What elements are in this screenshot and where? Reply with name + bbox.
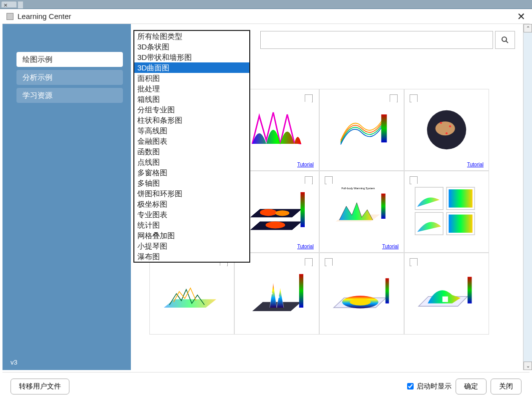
- svg-point-14: [446, 132, 448, 134]
- search-icon: [501, 36, 509, 44]
- svg-rect-37: [157, 266, 227, 322]
- svg-rect-36: [449, 215, 473, 233]
- close-tab-icon[interactable]: ✕: [3, 2, 7, 8]
- svg-point-22: [275, 210, 289, 216]
- ok-button[interactable]: 确定: [456, 379, 487, 395]
- svg-rect-51: [443, 297, 448, 302]
- search-input[interactable]: [260, 31, 493, 49]
- category-dropdown-list[interactable]: 所有绘图类型3D条状图3D带状和墙形图3D曲面图面积图批处理箱线图分组专业图柱状…: [133, 30, 250, 263]
- svg-rect-48: [386, 278, 389, 303]
- tutorial-link[interactable]: Tutorial: [297, 162, 314, 167]
- main-panel: 所有绘图类型3D条状图3D带状和墙形图3D曲面图面积图批处理箱线图分组专业图柱状…: [133, 24, 522, 370]
- sidebar-item-plot-examples[interactable]: 绘图示例: [16, 52, 123, 67]
- dropdown-item[interactable]: 饼图和环形图: [134, 188, 249, 199]
- dropdown-item[interactable]: 多窗格图: [134, 167, 249, 178]
- close-icon[interactable]: ✕: [517, 10, 526, 22]
- thumb-preview: [412, 179, 482, 244]
- version-label: v3: [10, 359, 17, 366]
- dropdown-item[interactable]: 分组专业图: [134, 104, 249, 115]
- window-title: Learning Center: [17, 12, 517, 20]
- thumbnail-card[interactable]: Tutorial: [404, 89, 489, 171]
- scroll-up-icon[interactable]: ⌃: [524, 24, 532, 32]
- svg-point-47: [350, 299, 371, 306]
- vertical-scrollbar[interactable]: ⌃ ⌄: [523, 24, 532, 370]
- show-on-startup-input[interactable]: [407, 383, 414, 390]
- svg-point-24: [266, 222, 285, 229]
- tutorial-link[interactable]: Tutorial: [382, 244, 399, 249]
- show-on-startup-checkbox[interactable]: 启动时显示: [405, 382, 452, 391]
- outer-tab-strip: ✕: [0, 0, 532, 9]
- show-on-startup-label: 启动时显示: [417, 382, 452, 391]
- thumb-preview: [242, 179, 312, 244]
- sidebar-item-learning-resources[interactable]: 学习资源: [16, 88, 123, 103]
- transfer-user-files-button[interactable]: 转移用户文件: [10, 379, 69, 395]
- dropdown-item[interactable]: 瀑布图: [134, 251, 249, 262]
- thumbnail-card[interactable]: [404, 171, 489, 253]
- dropdown-item[interactable]: 3D条状图: [134, 41, 249, 52]
- svg-point-42: [278, 297, 280, 298]
- thumb-preview: [327, 261, 397, 326]
- thumb-preview: [412, 261, 482, 326]
- browser-tab-stub: [18, 1, 23, 8]
- sidebar-item-label: 学习资源: [22, 91, 52, 99]
- dropdown-item[interactable]: 点线图: [134, 157, 249, 167]
- dropdown-item[interactable]: 函数图: [134, 146, 249, 157]
- dropdown-item[interactable]: 多轴图: [134, 178, 249, 188]
- svg-rect-29: [381, 194, 385, 219]
- svg-point-13: [449, 125, 451, 127]
- svg-point-11: [436, 121, 455, 135]
- sidebar-item-label: 绘图示例: [22, 55, 52, 63]
- svg-rect-43: [299, 274, 303, 308]
- dropdown-item[interactable]: 批处理: [134, 83, 249, 94]
- dropdown-item[interactable]: 专业图表: [134, 209, 249, 220]
- app-icon: [6, 13, 13, 20]
- dropdown-item[interactable]: 金融图表: [134, 136, 249, 146]
- thumbnail-card[interactable]: [404, 253, 489, 335]
- svg-text:Full-body Warming System: Full-body Warming System: [342, 187, 375, 190]
- browser-tab[interactable]: ✕: [1, 1, 17, 8]
- dropdown-item[interactable]: 所有绘图类型: [134, 31, 249, 41]
- thumbnail-card[interactable]: [319, 253, 404, 335]
- thumbnail-card[interactable]: Full-body Warming SystemTutorial: [319, 171, 404, 253]
- tutorial-link[interactable]: Tutorial: [467, 162, 484, 167]
- thumbnail-card[interactable]: [234, 253, 319, 335]
- svg-rect-52: [468, 277, 472, 303]
- tutorial-link[interactable]: Tutorial: [297, 244, 314, 249]
- sidebar-item-analysis-examples[interactable]: 分析示例: [16, 70, 123, 85]
- close-button[interactable]: 关闭: [491, 379, 522, 395]
- svg-point-41: [271, 293, 273, 295]
- thumb-preview: Full-body Warming System: [327, 179, 397, 244]
- dropdown-item[interactable]: 统计图: [134, 220, 249, 230]
- svg-point-12: [440, 122, 442, 124]
- thumbnail-card[interactable]: [149, 253, 234, 335]
- thumb-preview: [327, 97, 397, 162]
- svg-point-0: [502, 37, 507, 41]
- thumb-preview: [412, 97, 482, 162]
- search-button[interactable]: [495, 31, 515, 49]
- sidebar-item-label: 分析示例: [22, 73, 52, 81]
- dropdown-item[interactable]: 箱线图: [134, 94, 249, 104]
- dropdown-item[interactable]: 柱状和条形图: [134, 115, 249, 125]
- sidebar: 绘图示例 分析示例 学习资源 v3: [2, 24, 131, 370]
- dropdown-item[interactable]: 极坐标图: [134, 199, 249, 209]
- thumb-preview: [242, 97, 312, 162]
- dropdown-item[interactable]: 面积图: [134, 73, 249, 83]
- thumb-preview: [242, 261, 312, 326]
- dropdown-item[interactable]: 等高线图: [134, 125, 249, 136]
- svg-line-1: [506, 41, 508, 43]
- svg-point-21: [260, 209, 277, 216]
- svg-rect-33: [449, 189, 473, 207]
- titlebar: Learning Center ✕: [2, 9, 530, 24]
- dropdown-item[interactable]: 3D带状和墙形图: [134, 52, 249, 62]
- footer: 转移用户文件 启动时显示 确定 关闭: [2, 372, 530, 400]
- dropdown-item[interactable]: 3D曲面图: [134, 62, 249, 73]
- svg-rect-8: [381, 114, 387, 142]
- dropdown-item[interactable]: 网格叠加图: [134, 230, 249, 241]
- scroll-down-icon[interactable]: ⌄: [524, 362, 532, 370]
- learning-center-window: ✕ Learning Center ✕ 绘图示例 分析示例 学习资源 v3 所有…: [0, 0, 532, 400]
- svg-rect-25: [301, 192, 305, 227]
- svg-rect-26: [327, 184, 397, 240]
- thumbnail-card[interactable]: [319, 89, 404, 171]
- dropdown-item[interactable]: 小提琴图: [134, 241, 249, 251]
- thumb-preview: [157, 261, 227, 326]
